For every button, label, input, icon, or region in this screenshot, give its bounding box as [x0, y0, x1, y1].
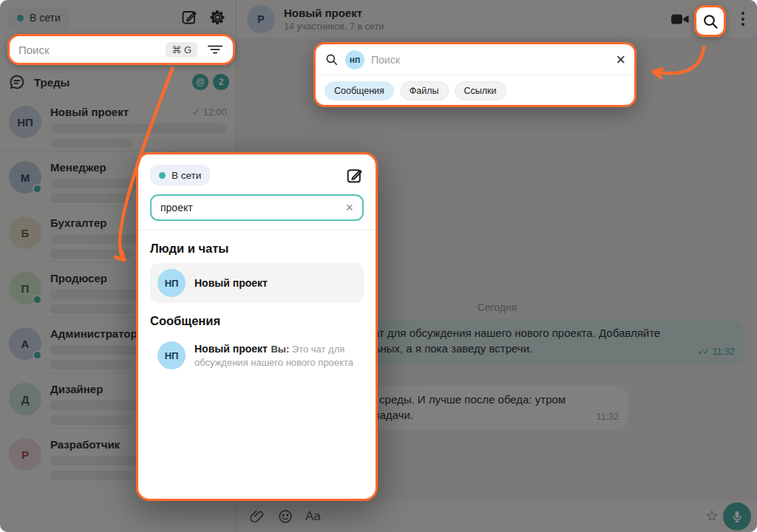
- result-name: Новый проект: [194, 343, 268, 355]
- avatar: НП: [157, 341, 186, 369]
- section-title-messages: Сообщения: [150, 314, 364, 328]
- result-name: Новый проект: [194, 277, 268, 289]
- preview-prefix: Вы:: [271, 344, 291, 355]
- filter-icon[interactable]: [206, 41, 224, 58]
- global-search-modal: В сети проект × Люди и чаты НП Новый про…: [136, 152, 378, 501]
- section-title-people: Люди и чаты: [150, 242, 364, 256]
- online-dot-icon: [159, 172, 166, 179]
- messenger-app: В сети Треды: [0, 0, 757, 532]
- divider: [138, 230, 376, 231]
- chat-search-button[interactable]: [694, 5, 726, 37]
- modal-search-input[interactable]: проект ×: [150, 194, 364, 221]
- status-label: В сети: [172, 170, 201, 181]
- search-input[interactable]: Поиск ⌘ G: [7, 34, 235, 65]
- search-result-chat[interactable]: НП Новый проект: [150, 263, 364, 303]
- filter-chip-messages[interactable]: Сообщения: [325, 81, 394, 100]
- search-scope-chip[interactable]: нп: [345, 50, 364, 69]
- filter-chip-files[interactable]: Файлы: [400, 81, 449, 100]
- avatar: НП: [157, 269, 186, 297]
- shortcut-badge: ⌘ G: [166, 42, 197, 58]
- search-result-message[interactable]: НП Новый проект Вы: Это чат для обсужден…: [150, 335, 364, 375]
- search-value: проект: [160, 202, 345, 214]
- chat-search-input[interactable]: Поиск: [371, 54, 616, 66]
- chat-search-panel: нп Поиск × Сообщения Файлы Ссылки: [313, 42, 637, 107]
- close-icon[interactable]: ×: [616, 52, 625, 68]
- search-placeholder: Поиск: [18, 44, 166, 56]
- clear-icon[interactable]: ×: [345, 201, 353, 214]
- status-badge[interactable]: В сети: [150, 165, 210, 185]
- filter-chip-links[interactable]: Ссылки: [455, 81, 506, 100]
- search-icon: [325, 52, 339, 66]
- compose-icon[interactable]: [344, 166, 364, 185]
